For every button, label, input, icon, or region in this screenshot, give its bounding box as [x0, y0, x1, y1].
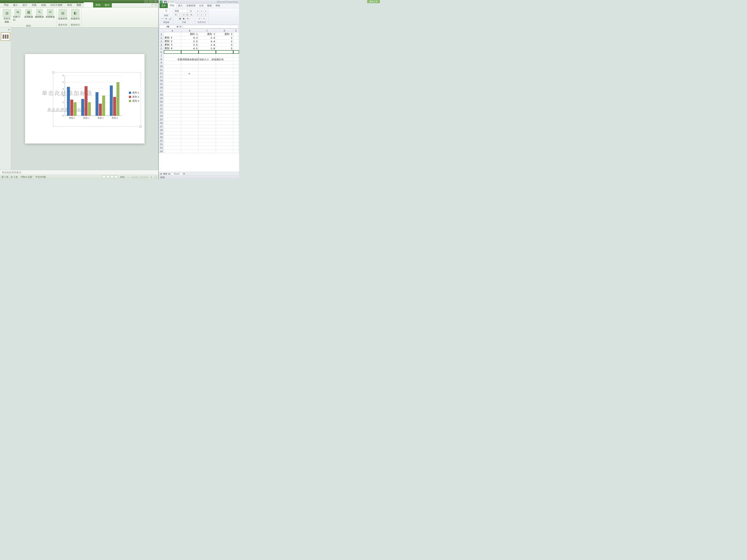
- row-header-29[interactable]: 29: [159, 132, 164, 135]
- cell-E6[interactable]: [233, 50, 239, 54]
- cell-E30[interactable]: [233, 135, 239, 139]
- fill-color-button[interactable]: ◧: [182, 17, 186, 20]
- cell-B19[interactable]: [181, 96, 199, 100]
- cell-D12[interactable]: [216, 72, 233, 75]
- cell-E24[interactable]: [233, 114, 239, 117]
- row-header-27[interactable]: 27: [159, 125, 164, 128]
- row-header-5[interactable]: 5: [159, 47, 164, 50]
- quick-layout-button[interactable]: ▤ 快速布局: [58, 8, 68, 21]
- cell-B15[interactable]: [181, 82, 199, 86]
- row-header-18[interactable]: 18: [159, 93, 164, 96]
- maximize-button[interactable]: □: [149, 1, 153, 3]
- cell-A12[interactable]: [164, 72, 181, 75]
- align-top-button[interactable]: ≡: [196, 9, 200, 13]
- tab-design[interactable]: 设计: [20, 3, 29, 7]
- cell-C18[interactable]: [199, 93, 216, 96]
- cell-C4[interactable]: 1.8: [199, 43, 216, 47]
- cell-B11[interactable]: [181, 68, 199, 72]
- cell-A20[interactable]: [164, 100, 181, 103]
- cell-C3[interactable]: 4.4: [199, 39, 216, 43]
- cell-A2[interactable]: 类别 1: [164, 36, 181, 39]
- row-header-31[interactable]: 31: [159, 139, 164, 142]
- cell-C5[interactable]: 2.8: [199, 47, 216, 50]
- cell-E28[interactable]: [233, 128, 239, 132]
- legend-item[interactable]: 系列 1: [129, 91, 139, 95]
- cell-D23[interactable]: [216, 110, 233, 114]
- switch-row-col-button[interactable]: ⇋ 切换行/列: [13, 8, 23, 24]
- cell-D2[interactable]: 2: [216, 36, 233, 39]
- cell-D20[interactable]: [216, 100, 233, 103]
- cell-C34[interactable]: [199, 150, 216, 153]
- data-sheet[interactable]: ABCDE1系列 1系列 2系列 32类别 14.32.423类别 22.54.…: [159, 29, 239, 153]
- sheet-tab-1[interactable]: Sheet1: [172, 172, 182, 175]
- cell-A13[interactable]: [164, 75, 181, 79]
- row-header-16[interactable]: 16: [159, 86, 164, 89]
- fx-icon[interactable]: fx: [180, 25, 181, 28]
- cell-B21[interactable]: [181, 103, 199, 107]
- close-button[interactable]: ✕: [154, 1, 157, 3]
- col-header-D[interactable]: D: [216, 29, 233, 32]
- row-header-23[interactable]: 23: [159, 110, 164, 114]
- cell-E14[interactable]: [233, 79, 239, 82]
- minimize-button[interactable]: —: [145, 1, 148, 3]
- row-header-9[interactable]: 9: [159, 61, 164, 64]
- cell-C7[interactable]: [199, 54, 216, 57]
- cell-E16[interactable]: [233, 86, 239, 89]
- cell-C29[interactable]: [199, 132, 216, 135]
- cell-A24[interactable]: [164, 114, 181, 117]
- cell-B31[interactable]: [181, 139, 199, 142]
- row-header-17[interactable]: 17: [159, 89, 164, 93]
- formula-input[interactable]: [183, 25, 238, 28]
- cell-E21[interactable]: [233, 103, 239, 107]
- align-middle-button[interactable]: ≡: [200, 9, 203, 13]
- paste-button[interactable]: 📋: [163, 9, 170, 14]
- zoom-level[interactable]: 65%: [120, 176, 125, 179]
- cell-D27[interactable]: [216, 125, 233, 128]
- first-sheet-button[interactable]: ⏮: [160, 173, 162, 175]
- cell-A27[interactable]: [164, 125, 181, 128]
- cell-D11[interactable]: [216, 68, 233, 72]
- xl-tab-home[interactable]: 开始: [168, 3, 176, 8]
- refresh-data-button[interactable]: ⟳ 刷新数据: [45, 8, 55, 24]
- cell-B30[interactable]: [181, 135, 199, 139]
- cell-B18[interactable]: [181, 93, 199, 96]
- row-header-32[interactable]: 32: [159, 142, 164, 146]
- cell-A26[interactable]: [164, 121, 181, 125]
- tab-chart-design[interactable]: 设计: [83, 2, 93, 7]
- cell-D33[interactable]: [216, 146, 233, 150]
- bold-button[interactable]: B: [174, 13, 178, 17]
- cell-D13[interactable]: [216, 75, 233, 79]
- cell-A18[interactable]: [164, 93, 181, 96]
- cell-B6[interactable]: [181, 50, 199, 54]
- increase-indent-button[interactable]: ⇥: [202, 17, 205, 20]
- cell-D18[interactable]: [216, 93, 233, 96]
- cell-D25[interactable]: [216, 117, 233, 121]
- cell-C13[interactable]: [199, 75, 216, 79]
- cell-A34[interactable]: [164, 150, 181, 153]
- help-icon[interactable]: ?: [155, 4, 157, 6]
- row-header-7[interactable]: 7: [159, 54, 164, 57]
- cut-button[interactable]: ✂: [161, 17, 164, 20]
- cell-C27[interactable]: [199, 125, 216, 128]
- tab-animations[interactable]: 动画: [39, 3, 48, 7]
- xl-tab-data[interactable]: 数据: [205, 3, 214, 8]
- xl-grid[interactable]: ABCDE1系列 1系列 2系列 32类别 14.32.423类别 22.54.…: [159, 29, 239, 172]
- tab-chart-layout[interactable]: 布局: [93, 3, 103, 7]
- cell-E2[interactable]: [233, 36, 239, 39]
- cell-B28[interactable]: [181, 128, 199, 132]
- col-header-B[interactable]: B: [181, 29, 199, 32]
- cell-E25[interactable]: [233, 117, 239, 121]
- cell-A5[interactable]: 类别 4: [164, 47, 181, 50]
- cell-B34[interactable]: [181, 150, 199, 153]
- cell-A23[interactable]: [164, 110, 181, 114]
- cell-B7[interactable]: [181, 54, 199, 57]
- tab-insert[interactable]: 插入: [11, 3, 20, 7]
- cell-D16[interactable]: [216, 86, 233, 89]
- cell-C17[interactable]: [199, 89, 216, 93]
- cell-C31[interactable]: [199, 139, 216, 142]
- cell-B1[interactable]: 系列 1: [181, 32, 199, 36]
- cell-B13[interactable]: [181, 75, 199, 79]
- slide-canvas[interactable]: 单击此处添加标题 单击此处添加副标题 0123456类别 1类别 2类别 3类别…: [11, 27, 158, 170]
- cell-D14[interactable]: [216, 79, 233, 82]
- shrink-font-button[interactable]: A↓: [190, 13, 194, 17]
